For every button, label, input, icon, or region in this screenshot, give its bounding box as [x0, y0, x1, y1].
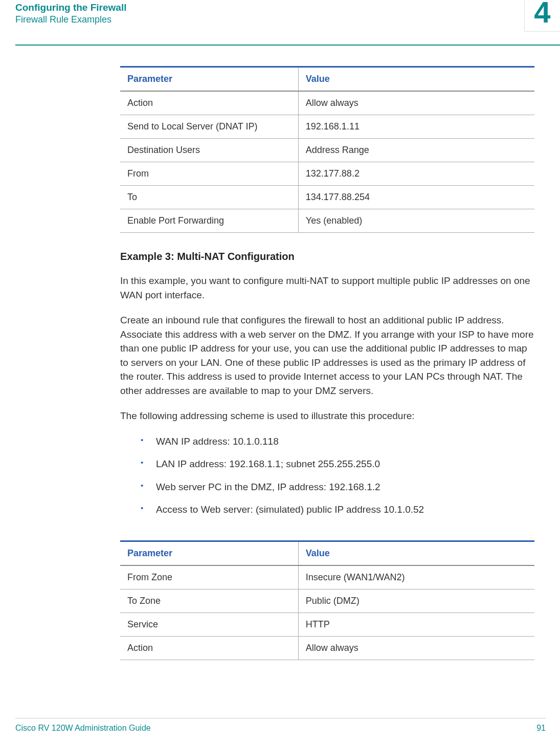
cell-param: From	[120, 162, 298, 186]
parameter-table-1: Parameter Value ActionAllow always Send …	[120, 66, 534, 233]
cell-value: Address Range	[298, 139, 534, 162]
cell-value: 132.177.88.2	[298, 162, 534, 186]
page-number: 91	[536, 724, 546, 733]
footer-left: Cisco RV 120W Administration Guide	[15, 724, 151, 733]
cell-param: Action	[120, 636, 298, 660]
cell-value: Allow always	[298, 636, 534, 660]
table-row: ActionAllow always	[120, 636, 534, 660]
col-parameter: Parameter	[120, 67, 298, 92]
chapter-number: 4	[524, 0, 560, 32]
cell-value: Insecure (WAN1/WAN2)	[298, 565, 534, 589]
col-parameter: Parameter	[120, 541, 298, 565]
table-header-row: Parameter Value	[120, 67, 534, 92]
list-item: LAN IP address: 192.168.1.1; subnet 255.…	[141, 457, 534, 472]
table-row: Enable Port ForwardingYes (enabled)	[120, 209, 534, 233]
cell-param: From Zone	[120, 565, 298, 589]
page-header: Configuring the Firewall Firewall Rule E…	[0, 0, 560, 25]
table-row: Send to Local Server (DNAT IP)192.168.1.…	[120, 115, 534, 139]
col-value: Value	[298, 541, 534, 565]
cell-value: Public (DMZ)	[298, 589, 534, 613]
page-footer: Cisco RV 120W Administration Guide 91	[15, 718, 546, 733]
table-row: From132.177.88.2	[120, 162, 534, 186]
page-content: Parameter Value ActionAllow always Send …	[0, 46, 560, 660]
table-row: ActionAllow always	[120, 91, 534, 115]
header-subtitle: Firewall Rule Examples	[15, 14, 545, 25]
cell-param: Destination Users	[120, 139, 298, 162]
table-row: ServiceHTTP	[120, 613, 534, 636]
table-row: Destination UsersAddress Range	[120, 139, 534, 162]
cell-value: 134.177.88.254	[298, 186, 534, 209]
list-item: Web server PC in the DMZ, IP address: 19…	[141, 480, 534, 495]
paragraph: The following addressing scheme is used …	[120, 409, 534, 423]
paragraph: In this example, you want to configure m…	[120, 274, 534, 302]
cell-value: Yes (enabled)	[298, 209, 534, 233]
cell-value: Allow always	[298, 91, 534, 115]
table-row: To134.177.88.254	[120, 186, 534, 209]
col-value: Value	[298, 67, 534, 92]
table-row: To ZonePublic (DMZ)	[120, 589, 534, 613]
paragraph: Create an inbound rule that configures t…	[120, 313, 534, 398]
address-scheme-list: WAN IP address: 10.1.0.118 LAN IP addres…	[141, 434, 534, 517]
example-heading: Example 3: Multi-NAT Configuration	[120, 251, 534, 263]
parameter-table-2: Parameter Value From ZoneInsecure (WAN1/…	[120, 540, 534, 660]
table-row: From ZoneInsecure (WAN1/WAN2)	[120, 565, 534, 589]
cell-param: To	[120, 186, 298, 209]
cell-param: Enable Port Forwarding	[120, 209, 298, 233]
list-item: Access to Web server: (simulated) public…	[141, 502, 534, 517]
cell-param: Service	[120, 613, 298, 636]
cell-param: To Zone	[120, 589, 298, 613]
cell-value: HTTP	[298, 613, 534, 636]
cell-value: 192.168.1.11	[298, 115, 534, 139]
header-title: Configuring the Firewall	[15, 2, 545, 13]
table-header-row: Parameter Value	[120, 541, 534, 565]
cell-param: Send to Local Server (DNAT IP)	[120, 115, 298, 139]
cell-param: Action	[120, 91, 298, 115]
list-item: WAN IP address: 10.1.0.118	[141, 434, 534, 449]
